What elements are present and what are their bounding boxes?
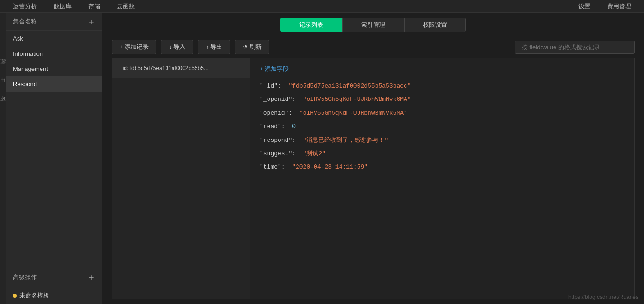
record-list-item[interactable]: _id: fdb5d5d75ea131af0002d55b5... bbox=[112, 58, 250, 78]
record-list-panel: _id: fdb5d5d75ea131af0002d55b5... bbox=[112, 58, 250, 299]
refresh-button[interactable]: ↺ 刷新 bbox=[235, 40, 269, 54]
template-dot-icon bbox=[13, 294, 17, 298]
field-key-suggest: "suggest": bbox=[260, 150, 296, 157]
field-value-suggest: "测试2" bbox=[303, 150, 326, 157]
field-value-time: "2020-04-23 14:11:59" bbox=[292, 164, 368, 170]
field-key-id: "_id": bbox=[260, 82, 281, 89]
add-record-button[interactable]: + 添加记录 bbox=[112, 40, 156, 54]
content-area: 记录列表 索引管理 权限设置 + 添加记录 ↓ 导入 ↑ 导出 ↺ 刷新 _id… bbox=[102, 13, 644, 304]
nav-item-operations[interactable]: 运营分析 bbox=[5, 0, 45, 12]
field-id: "_id": "fdb5d5d75ea131af0002d55b5a53bacc… bbox=[260, 81, 625, 91]
nav-item-storage[interactable]: 存储 bbox=[80, 0, 108, 12]
sidebar-item-ask[interactable]: Ask bbox=[6, 31, 102, 46]
field-respond: "respond": "消息已经收到了，感谢参与！" bbox=[260, 135, 625, 146]
field-value-read: 0 bbox=[292, 123, 296, 130]
sidebar-template-item[interactable]: 未命名模板 bbox=[6, 287, 102, 304]
add-field-button[interactable]: + 添加字段 bbox=[260, 65, 625, 73]
field-value-openid-internal: "oIHV55Gh5qKdF-UJRbhWBmNvk6MA" bbox=[303, 96, 411, 103]
sidebar-advanced-header: 高级操作 ＋ bbox=[6, 267, 102, 287]
nav-item-billing[interactable]: 费用管理 bbox=[599, 2, 639, 11]
sidebar-section-title: 集合名称 bbox=[13, 18, 37, 26]
tab-permission-settings[interactable]: 权限设置 bbox=[404, 18, 466, 32]
import-button[interactable]: ↓ 导入 bbox=[161, 40, 193, 54]
template-label: 未命名模板 bbox=[19, 292, 49, 300]
nav-item-database[interactable]: 数据库 bbox=[45, 0, 80, 12]
field-value-id: "fdb5d5d75ea131af0002d55b5a53bacc" bbox=[288, 82, 411, 89]
field-openid: "openid": "oIHV55Gh5qKdF-UJRbhWBmNvk6MA" bbox=[260, 108, 625, 118]
sidebar-item-respond[interactable]: Respond bbox=[6, 76, 102, 92]
field-value-respond: "消息已经收到了，感谢参与！" bbox=[303, 137, 388, 144]
add-collection-icon[interactable]: ＋ bbox=[87, 18, 95, 26]
sidebar-section-header: 集合名称 ＋ bbox=[6, 13, 102, 31]
nav-item-settings[interactable]: 设置 bbox=[570, 2, 599, 11]
add-advanced-icon[interactable]: ＋ bbox=[87, 272, 95, 283]
top-nav: 运营分析 数据库 存储 云函数 设置 费用管理 bbox=[0, 0, 644, 13]
field-key-read: "read": bbox=[260, 123, 285, 130]
advanced-ops-title: 高级操作 bbox=[13, 273, 37, 281]
export-button[interactable]: ↑ 导出 bbox=[198, 40, 230, 54]
nav-item-cloud-functions[interactable]: 云函数 bbox=[108, 0, 143, 12]
field-suggest: "suggest": "测试2" bbox=[260, 148, 625, 159]
sidebar: 集合名称 ＋ Ask Information Management Respon… bbox=[6, 13, 102, 304]
field-key-openid-internal: "_openid": bbox=[260, 96, 296, 103]
sidebar-item-information[interactable]: Information bbox=[6, 46, 102, 61]
watermark: https://blog.csdn.net/Ruanes bbox=[568, 294, 638, 300]
record-detail-panel: + 添加字段 "_id": "fdb5d5d75ea131af0002d55b5… bbox=[250, 58, 634, 299]
field-openid-internal: "_openid": "oIHV55Gh5qKdF-UJRbhWBmNvk6MA… bbox=[260, 94, 625, 105]
field-read: "read": 0 bbox=[260, 121, 625, 132]
field-key-openid: "openid": bbox=[260, 110, 292, 117]
split-content: _id: fdb5d5d75ea131af0002d55b5... + 添加字段… bbox=[112, 58, 635, 299]
field-key-respond: "respond": bbox=[260, 137, 296, 144]
tab-index-management[interactable]: 索引管理 bbox=[342, 18, 404, 32]
tabs-bar: 记录列表 索引管理 权限设置 bbox=[102, 13, 644, 36]
sidebar-item-management[interactable]: Management bbox=[6, 61, 102, 76]
search-input[interactable] bbox=[515, 41, 635, 54]
tab-record-list[interactable]: 记录列表 bbox=[280, 18, 342, 32]
field-time: "time": "2020-04-23 14:11:59" bbox=[260, 162, 625, 172]
field-value-openid: "oIHV55Gh5qKdF-UJRbhWBmNvk6MA" bbox=[299, 110, 407, 117]
field-key-time: "time": bbox=[260, 164, 285, 170]
left-strip: 频 用 环 bbox=[0, 13, 6, 304]
toolbar: + 添加记录 ↓ 导入 ↑ 导出 ↺ 刷新 bbox=[102, 36, 644, 58]
